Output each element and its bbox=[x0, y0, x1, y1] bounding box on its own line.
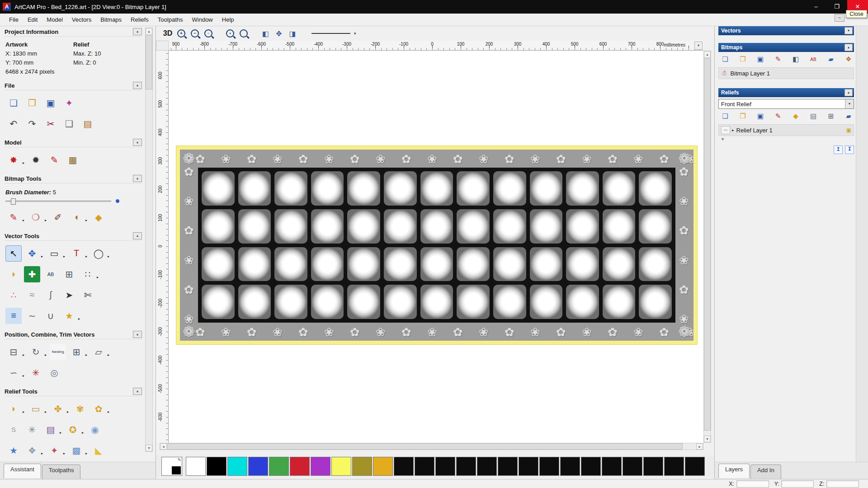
flyout-arrow-icon[interactable]: ▸ bbox=[78, 317, 80, 321]
tab-assistant[interactable]: Assistant bbox=[4, 464, 41, 478]
scroll-up-button[interactable]: ▴ bbox=[704, 51, 711, 58]
collapse-position-button[interactable]: ▴ bbox=[133, 331, 142, 338]
align-vectors-icon[interactable]: ⊟ bbox=[5, 344, 22, 360]
collapse-reliefs-button[interactable]: ▴ bbox=[844, 89, 853, 96]
menu-bitmaps[interactable]: Bitmaps bbox=[96, 14, 126, 25]
colour-picker-icon[interactable]: ✐ bbox=[50, 209, 66, 225]
tab-layers[interactable]: Layers bbox=[718, 464, 750, 478]
flyout-arrow-icon[interactable]: ▸ bbox=[41, 451, 43, 455]
delete-relief-layer-icon[interactable]: ▰ bbox=[843, 111, 854, 122]
direction-arrow-icon[interactable]: ➤ bbox=[61, 287, 77, 303]
dome-relief-icon[interactable]: ◉ bbox=[87, 422, 103, 438]
assistant-scrollbar[interactable]: ▴ ▾ bbox=[145, 28, 153, 452]
colour-swatch-1[interactable] bbox=[207, 457, 226, 476]
flyout-arrow-icon[interactable]: ▸ bbox=[23, 218, 24, 222]
flyout-arrow-icon[interactable]: ▸ bbox=[85, 254, 87, 258]
flyout-arrow-icon[interactable]: ▸ bbox=[85, 218, 87, 222]
flyout-arrow-icon[interactable]: ▸ bbox=[67, 410, 69, 414]
angled-plane-icon[interactable]: ◣ bbox=[90, 442, 107, 459]
colour-swatch-22[interactable] bbox=[643, 457, 663, 476]
clip-vectors-icon[interactable]: ▱ bbox=[90, 344, 107, 360]
flyout-arrow-icon[interactable]: ▸ bbox=[85, 451, 87, 455]
primary-secondary-colour-swatch[interactable]: ✎ bbox=[161, 457, 182, 476]
create-text-icon[interactable]: T bbox=[68, 245, 85, 262]
smooth-relief-icon[interactable]: ◗ bbox=[5, 401, 22, 417]
active-relief-dropdown[interactable]: Front Relief ▾ bbox=[718, 99, 854, 109]
colour-swatch-0[interactable] bbox=[186, 457, 206, 476]
flyout-arrow-icon[interactable]: ▸ bbox=[45, 218, 47, 222]
relief-sheet-icon[interactable]: ▤ bbox=[807, 111, 819, 122]
point-cloud-icon[interactable]: ∴ bbox=[5, 287, 22, 303]
move-layer-up-button[interactable]: ↥ bbox=[834, 145, 843, 154]
open-relief-layer-icon[interactable]: ❐ bbox=[737, 111, 749, 122]
move-layer-down-button[interactable]: ↧ bbox=[845, 145, 854, 154]
flyout-arrow-icon[interactable]: ▸ bbox=[63, 254, 65, 258]
colour-swatch-13[interactable] bbox=[456, 457, 476, 476]
extrude-icon[interactable]: ✿ bbox=[90, 401, 107, 417]
cut-icon[interactable]: ✂ bbox=[42, 116, 59, 132]
calculate-relief-icon[interactable]: ⊞ bbox=[825, 111, 837, 122]
canvas-vertical-scrollbar[interactable]: ▴ ▾ bbox=[703, 51, 711, 443]
swept-profile-icon[interactable]: S bbox=[5, 422, 22, 438]
array-block-icon[interactable]: ⊞ bbox=[68, 344, 85, 360]
colour-swatch-8[interactable] bbox=[352, 457, 372, 476]
spiral-icon[interactable]: ◎ bbox=[46, 365, 62, 381]
smooth-vector-icon[interactable]: ≈ bbox=[24, 287, 40, 303]
menu-model[interactable]: Model bbox=[42, 14, 67, 25]
palette-icon[interactable]: ◖ bbox=[68, 209, 85, 225]
flyout-arrow-icon[interactable]: ▸ bbox=[97, 275, 99, 279]
fillet-icon[interactable]: ∽ bbox=[5, 365, 22, 381]
paint-bitmap-layer-icon[interactable]: ✎ bbox=[772, 54, 784, 65]
canvas-horizontal-scrollbar[interactable]: ◂ ▸ bbox=[160, 443, 703, 450]
collapse-relief-tools-button[interactable]: ▴ bbox=[133, 388, 142, 395]
colour-swatch-24[interactable] bbox=[685, 457, 705, 476]
gold-tool-icon[interactable]: ◆ bbox=[790, 111, 802, 122]
zoom-fit-button[interactable] bbox=[237, 28, 250, 39]
add-relief-layer-icon[interactable]: + bbox=[721, 136, 854, 142]
star-relief-icon[interactable]: ★ bbox=[5, 442, 22, 459]
collapse-bitmaps-button[interactable]: ▴ bbox=[844, 44, 853, 51]
flyout-arrow-icon[interactable]: ▸ bbox=[108, 353, 109, 357]
view-3d-button[interactable]: 3D bbox=[161, 28, 174, 39]
ruler-corner-box[interactable] bbox=[156, 41, 169, 51]
merge-bitmap-layers-icon[interactable]: ❖ bbox=[843, 54, 854, 65]
bitmap-layer-row[interactable]: ☃ Bitmap Layer 1 bbox=[718, 67, 854, 79]
envelope-distort-icon[interactable]: ❖ bbox=[24, 442, 40, 459]
flyout-arrow-icon[interactable]: ▸ bbox=[82, 431, 84, 435]
save-model-icon[interactable]: ▣ bbox=[42, 95, 59, 111]
create-polyline-icon[interactable]: ✚ bbox=[24, 266, 40, 282]
scroll-left-button[interactable]: ◂ bbox=[160, 443, 167, 450]
fit-arcs-icon[interactable]: ∼ bbox=[24, 308, 40, 324]
menu-file[interactable]: File bbox=[5, 14, 23, 25]
colour-swatch-6[interactable] bbox=[311, 457, 330, 476]
flyout-arrow-icon[interactable]: ▸ bbox=[23, 410, 24, 414]
colour-swatch-10[interactable] bbox=[394, 457, 414, 476]
new-bitmap-layer-icon[interactable]: ❏ bbox=[719, 54, 731, 65]
vector-doctor-icon[interactable]: ≡ bbox=[5, 308, 22, 324]
scroll-down-button[interactable]: ▾ bbox=[146, 445, 152, 451]
save-relief-layer-icon[interactable]: ▣ bbox=[755, 111, 766, 122]
line-width-selector[interactable]: ▾ bbox=[311, 28, 370, 39]
colour-swatch-23[interactable] bbox=[664, 457, 684, 476]
menu-window[interactable]: Window bbox=[188, 14, 217, 25]
relief-from-image-icon[interactable]: ▤ bbox=[42, 422, 59, 438]
zoom-box-button[interactable]: ▫ bbox=[202, 28, 215, 39]
scroll-up-button[interactable]: ▴ bbox=[146, 28, 152, 35]
vector-grid-icon[interactable]: ⊞ bbox=[61, 266, 77, 282]
flyout-arrow-icon[interactable]: ▸ bbox=[63, 451, 65, 455]
dropdown-arrow-icon[interactable]: ▾ bbox=[845, 99, 854, 108]
nesting-icon[interactable]: Nesting bbox=[50, 344, 66, 360]
document-minimize-button[interactable]: – bbox=[835, 14, 844, 22]
flyout-arrow-icon[interactable]: ▸ bbox=[108, 410, 109, 414]
collapse-file-button[interactable]: ▴ bbox=[133, 82, 142, 89]
load-model-image-icon[interactable]: ▦ bbox=[65, 152, 81, 168]
trim-vectors-icon[interactable]: ✄ bbox=[80, 287, 96, 303]
two-rail-sweep-icon[interactable]: ✾ bbox=[72, 401, 88, 417]
weave-wizard-icon[interactable]: ✳ bbox=[24, 422, 40, 438]
refresh-view-button[interactable]: ◨ bbox=[286, 28, 299, 39]
new-relief-layer-icon[interactable]: ❏ bbox=[719, 111, 731, 122]
paste-icon[interactable]: ▤ bbox=[80, 116, 96, 132]
weld-vectors-icon[interactable]: ✳ bbox=[28, 365, 44, 381]
open-bitmap-layer-icon[interactable]: ❐ bbox=[737, 54, 749, 65]
paint-blobs-icon[interactable]: ❍ bbox=[28, 209, 44, 225]
